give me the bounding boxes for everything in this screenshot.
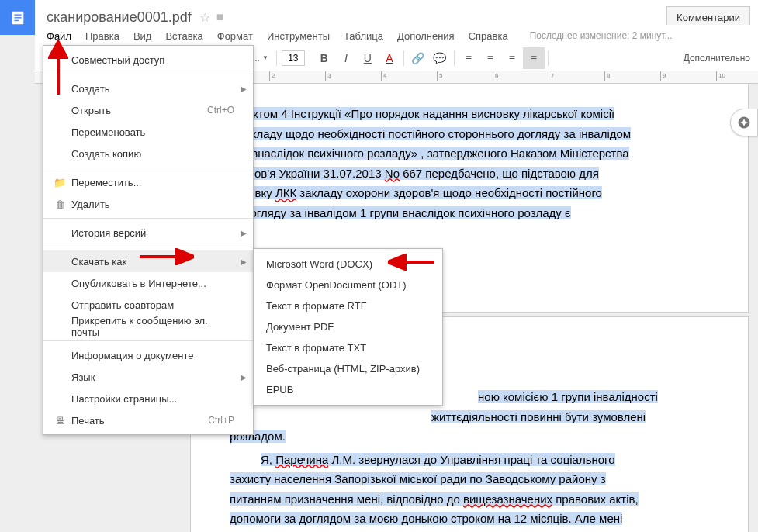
menu-version-history[interactable]: История версий▶ bbox=[43, 222, 253, 244]
menu-addons[interactable]: Дополнения bbox=[397, 30, 455, 42]
align-right-icon[interactable]: ≡ bbox=[501, 47, 523, 69]
text[interactable]: ктом 4 Інструкції «Про порядок надання в… bbox=[253, 107, 614, 120]
menu-help[interactable]: Справка bbox=[469, 30, 508, 42]
text[interactable]: закладу охорони здоров'я щодо необхіднос… bbox=[296, 186, 602, 199]
text-color-icon[interactable]: A bbox=[379, 47, 400, 69]
download-rtf[interactable]: Текст в формате RTF bbox=[254, 295, 442, 316]
text[interactable]: правових актів, bbox=[552, 492, 639, 506]
align-center-icon[interactable]: ≡ bbox=[479, 47, 501, 69]
menu-email-collab[interactable]: Отправить соавторам bbox=[43, 294, 253, 316]
align-justify-icon[interactable]: ≡ bbox=[523, 47, 545, 69]
text[interactable]: ЛКК bbox=[275, 186, 296, 199]
menu-email-attach[interactable]: Прикрепить к сообщению эл. почты bbox=[43, 316, 253, 337]
toolbar-more[interactable]: Дополнительно bbox=[684, 53, 750, 64]
menu-edit[interactable]: Правка bbox=[85, 30, 119, 42]
text[interactable]: допомоги за доглядом за моєю донькою стр… bbox=[230, 512, 622, 525]
menu-rename[interactable]: Переименовать bbox=[43, 121, 253, 143]
menubar: Файл Правка Вид Вставка Формат Инструмен… bbox=[35, 25, 758, 47]
menu-new[interactable]: Создать▶ bbox=[43, 78, 253, 99]
folder-icon[interactable]: ■ bbox=[216, 10, 224, 24]
star-icon[interactable]: ☆ bbox=[199, 10, 210, 25]
align-left-icon[interactable]: ≡ bbox=[458, 47, 479, 69]
menu-share[interactable]: Совместный доступ bbox=[43, 49, 253, 71]
trash-icon: 🗑 bbox=[51, 199, 68, 210]
annotation-arrow-docx bbox=[388, 254, 434, 271]
menu-publish[interactable]: Опубликовать в Интернете... bbox=[43, 272, 253, 294]
menu-print[interactable]: 🖶ПечатьCtrl+P bbox=[43, 409, 253, 431]
menu-format[interactable]: Формат bbox=[217, 30, 253, 42]
download-odt[interactable]: Формат OpenDocument (ODT) bbox=[254, 275, 442, 295]
menu-table[interactable]: Таблица bbox=[344, 30, 383, 42]
link-icon[interactable]: 🔗 bbox=[407, 47, 429, 69]
italic-icon[interactable]: I bbox=[335, 47, 357, 69]
text[interactable]: захисту населення Запорізької міської ра… bbox=[230, 472, 606, 485]
folder-icon: 📁 bbox=[51, 177, 68, 188]
menu-move[interactable]: 📁Переместить... bbox=[43, 171, 253, 193]
menu-make-copy[interactable]: Создать копию bbox=[43, 143, 253, 164]
download-pdf[interactable]: Документ PDF bbox=[254, 316, 442, 337]
download-submenu: Microsoft Word (DOCX) Формат OpenDocumen… bbox=[253, 248, 443, 406]
menu-language[interactable]: Язык▶ bbox=[43, 366, 253, 388]
font-size-input[interactable] bbox=[282, 50, 305, 66]
text[interactable]: питанням призначення мені, відповідно до bbox=[230, 492, 463, 506]
menu-delete[interactable]: 🗑Удалить bbox=[43, 193, 253, 215]
menu-tools[interactable]: Инструменты bbox=[267, 30, 330, 42]
download-html[interactable]: Веб-страница (HTML, ZIP-архив) bbox=[254, 358, 442, 379]
download-txt[interactable]: Текст в формате TXT bbox=[254, 337, 442, 358]
text[interactable]: упи внаслідок психічного розладу» , затв… bbox=[230, 147, 629, 160]
file-menu: Совместный доступ Создать▶ ОткрытьCtrl+O… bbox=[43, 45, 254, 435]
text[interactable]: життєдіяльності повинні бути зумовлені bbox=[431, 410, 646, 423]
comment-icon[interactable]: 💬 bbox=[429, 47, 451, 69]
menu-open[interactable]: ОткрытьCtrl+O bbox=[43, 99, 253, 121]
underline-icon[interactable]: U bbox=[357, 47, 379, 69]
svg-rect-2 bbox=[14, 17, 21, 18]
menu-insert[interactable]: Вставка bbox=[165, 30, 202, 42]
text[interactable]: го догляду за інвалідом 1 групи внаслідо… bbox=[230, 206, 571, 219]
text[interactable]: 667 передбачено, що підставою для bbox=[400, 167, 599, 180]
last-edit-label[interactable]: Последнее изменение: 2 минут... bbox=[530, 30, 673, 41]
app-icon[interactable] bbox=[0, 0, 35, 35]
menu-view[interactable]: Вид bbox=[133, 30, 152, 42]
menu-page-setup[interactable]: Настройки страницы... bbox=[43, 388, 253, 409]
text[interactable]: Я, bbox=[261, 453, 275, 466]
doc-title[interactable]: сканирование0001.pdf bbox=[47, 9, 192, 26]
annotation-arrow-download bbox=[140, 248, 194, 265]
download-epub[interactable]: EPUB bbox=[254, 379, 442, 400]
menu-doc-info[interactable]: Информация о документе bbox=[43, 344, 253, 366]
text[interactable]: вищезазначених bbox=[463, 492, 552, 506]
bold-icon[interactable]: B bbox=[313, 47, 335, 69]
explore-button[interactable] bbox=[730, 109, 758, 136]
text[interactable]: Л.М. звернулася до Управління праці та с… bbox=[328, 453, 614, 466]
print-icon: 🖶 bbox=[51, 415, 68, 427]
svg-rect-3 bbox=[14, 19, 19, 20]
svg-rect-1 bbox=[14, 14, 21, 15]
text[interactable]: Паречина bbox=[275, 453, 328, 466]
annotation-arrow-file bbox=[48, 40, 68, 95]
text[interactable]: ною комісією 1 групи інвалідності bbox=[478, 390, 658, 403]
text[interactable]: о закладу щодо необхідності постійного с… bbox=[230, 127, 631, 140]
text[interactable]: No bbox=[385, 167, 400, 180]
